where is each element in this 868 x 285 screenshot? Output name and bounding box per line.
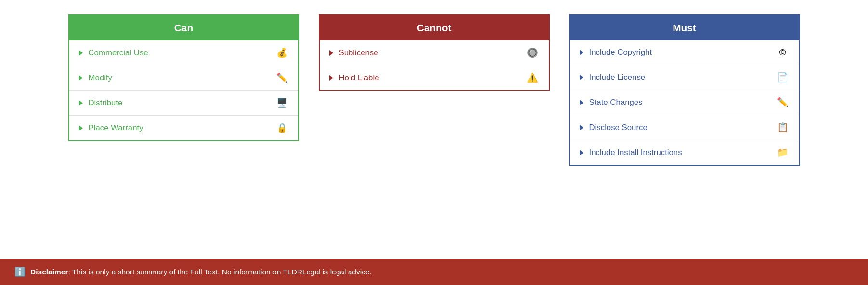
must-header: Must [570,15,799,40]
disclaimer-body: : This is only a short summary of the Fu… [68,268,372,276]
item-icon: ⚠️ [526,72,539,83]
item-icon: 🔒 [275,122,289,133]
arrow-icon [79,125,83,131]
list-item[interactable]: Distribute 🖥️ [69,91,298,116]
item-label: Include Copyright [580,48,652,57]
must-card: Must Include Copyright ©️ Include Licens… [569,14,800,166]
arrow-icon [79,100,83,106]
item-label: Commercial Use [79,48,148,58]
must-body: Include Copyright ©️ Include License 📄 S… [570,40,799,165]
arrow-icon [329,75,333,81]
cannot-header: Cannot [320,15,549,40]
arrow-icon [580,150,583,155]
cannot-card: Cannot Sublicense 🔘 Hold Liable ⚠️ [319,14,550,91]
can-body: Commercial Use 💰 Modify ✏️ Distribute 🖥️… [69,40,298,140]
item-icon: 🖥️ [275,97,289,108]
list-item[interactable]: Disclose Source 📋 [570,115,799,140]
arrow-icon [580,100,583,105]
disclaimer-bar: ℹ️ Disclaimer: This is only a short summ… [0,259,868,285]
arrow-icon [79,75,83,81]
item-label: State Changes [580,98,643,107]
disclaimer-bold: Disclaimer [30,268,68,276]
disclaimer-icon: ℹ️ [14,267,26,277]
item-label: Disclose Source [580,123,648,132]
item-icon: ✏️ [275,72,289,83]
item-label: Distribute [79,98,123,108]
item-label: Modify [79,73,112,83]
arrow-icon [580,50,583,55]
can-header: Can [69,15,298,40]
arrow-icon [329,50,333,56]
item-label: Sublicense [329,48,378,58]
item-label: Include License [580,73,646,82]
item-icon: ©️ [776,47,790,58]
disclaimer-text: Disclaimer: This is only a short summary… [30,268,372,276]
arrow-icon [79,50,83,56]
list-item[interactable]: State Changes ✏️ [570,90,799,115]
list-item[interactable]: Place Warranty 🔒 [69,116,298,140]
cannot-body: Sublicense 🔘 Hold Liable ⚠️ [320,40,549,90]
list-item[interactable]: Include Copyright ©️ [570,40,799,65]
item-icon: 💰 [275,47,289,58]
list-item[interactable]: Include Install Instructions 📁 [570,140,799,165]
item-label: Include Install Instructions [580,148,682,157]
item-icon: 📋 [776,122,790,133]
list-item[interactable]: Sublicense 🔘 [320,40,549,65]
arrow-icon [580,125,583,130]
item-label: Hold Liable [329,73,379,83]
item-icon: 📁 [776,147,790,158]
item-label: Place Warranty [79,123,143,133]
list-item[interactable]: Commercial Use 💰 [69,40,298,65]
arrow-icon [580,75,583,80]
item-icon: 📄 [776,72,790,83]
list-item[interactable]: Modify ✏️ [69,65,298,91]
list-item[interactable]: Include License 📄 [570,65,799,90]
item-icon: ✏️ [776,97,790,108]
main-content: Can Commercial Use 💰 Modify ✏️ Distribut… [0,0,868,259]
list-item[interactable]: Hold Liable ⚠️ [320,65,549,90]
can-card: Can Commercial Use 💰 Modify ✏️ Distribut… [68,14,299,141]
item-icon: 🔘 [526,47,539,58]
